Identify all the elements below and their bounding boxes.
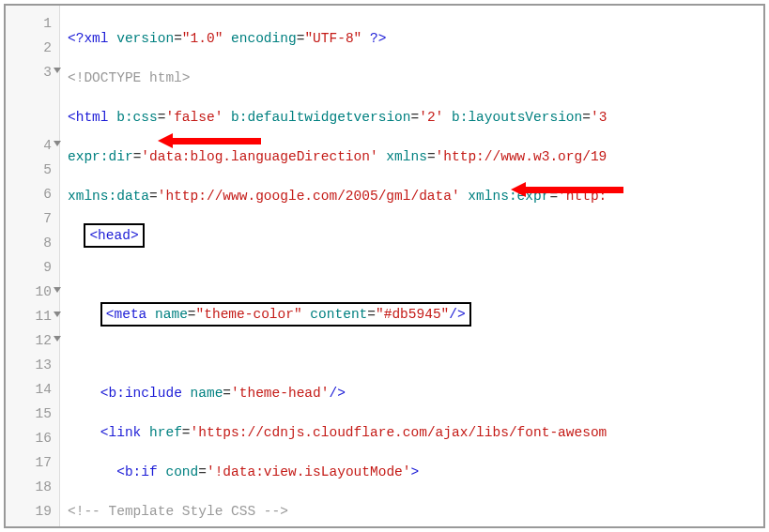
line-number: 2 — [6, 36, 59, 60]
line-number: 18 — [6, 475, 59, 499]
line-number: 16 — [6, 426, 59, 450]
line-number: 9 — [6, 255, 59, 280]
line-number: 6 — [6, 182, 59, 206]
line-number: 13 — [6, 353, 59, 377]
line-number: 7 — [6, 206, 59, 231]
line-number: 5 — [6, 158, 59, 182]
line-number: 14 — [6, 377, 59, 402]
line-number: 3 — [6, 60, 59, 84]
line-number: 10 — [6, 280, 59, 304]
arrow-annotation-icon — [158, 134, 261, 147]
line-number — [6, 109, 59, 133]
code-area[interactable]: <?xml version="1.0" encoding="UTF-8" ?> … — [60, 6, 763, 526]
code-line[interactable]: <link href='https://cdnjs.cloudflare.com… — [68, 420, 763, 445]
highlight-box-head: <head> — [84, 223, 144, 248]
line-number — [6, 84, 59, 109]
line-number: 1 — [6, 11, 59, 36]
line-number: 8 — [6, 231, 59, 255]
line-number: 17 — [6, 450, 59, 475]
code-line[interactable]: <meta name="theme-color" content="#db594… — [68, 302, 763, 327]
code-line[interactable]: <head> — [68, 223, 763, 248]
code-line[interactable]: <html b:css='false' b:defaultwidgetversi… — [68, 105, 763, 129]
line-number: 20 — [6, 524, 59, 528]
code-line[interactable]: <!DOCTYPE html> — [68, 66, 763, 90]
code-line[interactable]: <b:include name='theme-head'/> — [68, 381, 763, 405]
code-line[interactable]: <?xml version="1.0" encoding="UTF-8" ?> — [68, 26, 763, 51]
highlight-box-meta: <meta name="theme-color" content="#db594… — [100, 302, 471, 327]
line-number: 19 — [6, 499, 59, 524]
code-line[interactable] — [68, 342, 763, 366]
code-line[interactable]: <!-- Template Style CSS --> — [68, 499, 763, 524]
code-editor[interactable]: 1 2 3 4 5 6 7 8 9 10 11 12 13 14 15 16 1… — [4, 4, 765, 528]
line-number: 12 — [6, 328, 59, 353]
code-line[interactable] — [68, 263, 763, 287]
code-line[interactable]: <b:if cond='!data:view.isLayoutMode'> — [68, 460, 763, 484]
arrow-annotation-icon — [511, 183, 623, 196]
line-gutter: 1 2 3 4 5 6 7 8 9 10 11 12 13 14 15 16 1… — [6, 6, 60, 526]
line-number: 4 — [6, 133, 59, 158]
line-number: 11 — [6, 304, 59, 328]
line-number: 15 — [6, 402, 59, 426]
